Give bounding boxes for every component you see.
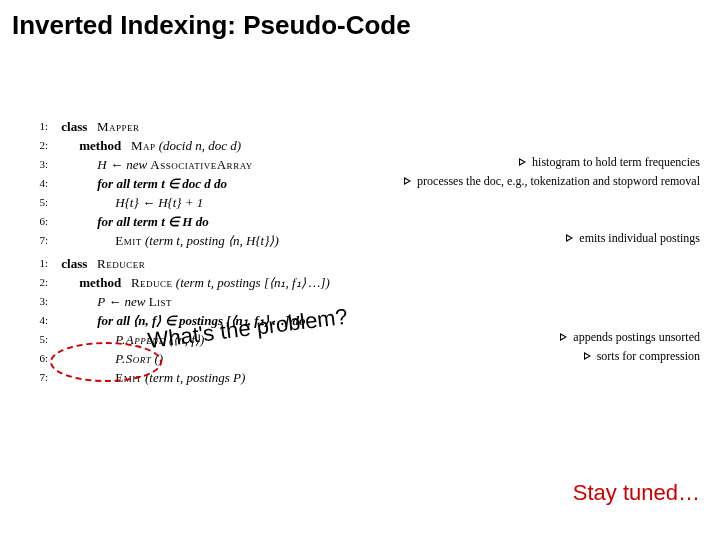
comment-text: emits individual postings (579, 231, 700, 245)
stmt: H ← new (97, 157, 150, 172)
mapper-line-3: 3: H ← new AssociativeArray histogram to… (20, 153, 700, 172)
kw-method: method (79, 275, 121, 290)
kw-class: class (61, 119, 87, 134)
class-ref: AssociativeArray (150, 157, 252, 172)
kw-class: class (61, 256, 87, 271)
comment-text: histogram to hold term frequencies (532, 155, 700, 169)
mapper-line-6: 6: for all term t ∈ H do (20, 210, 700, 229)
lineno: 4: (20, 311, 48, 330)
lineno: 3: (20, 155, 48, 174)
lineno: 6: (20, 349, 48, 368)
method-args: (term t, postings [⟨n₁, f₁⟩ …]) (176, 275, 330, 290)
comment-icon (584, 352, 591, 360)
lineno: 5: (20, 330, 48, 349)
comment-icon (566, 234, 573, 242)
lineno: 3: (20, 292, 48, 311)
reducer-line-5: 5: P.Append (⟨n, f⟩) appends postings un… (20, 328, 700, 347)
reducer-line-7: 7: Emit (term t, postings P) (20, 366, 700, 385)
pseudocode-block: 1: class Mapper 2: method Map (docid n, … (20, 115, 700, 385)
lineno: 1: (20, 117, 48, 136)
class-name: Reducer (97, 256, 145, 271)
lineno: 1: (20, 254, 48, 273)
stmt: for all term t ∈ doc d do (97, 176, 227, 191)
call-args: () (155, 351, 164, 366)
reducer-line-4: 4: for all ⟨n, f⟩ ∈ postings [⟨n₁, f₁⟩ …… (20, 309, 700, 328)
call: P.Append (115, 332, 165, 347)
call: P.Sort (115, 351, 151, 366)
footer-text: Stay tuned… (573, 480, 700, 506)
mapper-line-2: 2: method Map (docid n, doc d) (20, 134, 700, 153)
comment-text: sorts for compression (597, 349, 700, 363)
call-args: (term t, postings P) (145, 370, 245, 385)
comment-text: appends postings unsorted (573, 330, 700, 344)
call-args: (⟨n, f⟩) (169, 332, 204, 347)
mapper-line-5: 5: H{t} ← H{t} + 1 (20, 191, 700, 210)
comment-icon (404, 177, 411, 185)
lineno: 7: (20, 368, 48, 387)
call-args: (term t, posting ⟨n, H{t}⟩) (145, 233, 279, 248)
lineno: 6: (20, 212, 48, 231)
lineno: 2: (20, 273, 48, 292)
kw-method: method (79, 138, 121, 153)
class-name: Mapper (97, 119, 140, 134)
mapper-line-7: 7: Emit (term t, posting ⟨n, H{t}⟩) emit… (20, 229, 700, 248)
comment-icon (519, 158, 526, 166)
stmt: H{t} ← H{t} + 1 (115, 195, 203, 210)
call: Emit (115, 370, 141, 385)
reducer-line-2: 2: method Reduce (term t, postings [⟨n₁,… (20, 271, 700, 290)
stmt: P ← new (97, 294, 148, 309)
lineno: 5: (20, 193, 48, 212)
method-args: (docid n, doc d) (159, 138, 241, 153)
lineno: 4: (20, 174, 48, 193)
mapper-line-4: 4: for all term t ∈ doc d do processes t… (20, 172, 700, 191)
reducer-line-1: 1: class Reducer (20, 252, 700, 271)
method-name: Map (131, 138, 156, 153)
method-name: Reduce (131, 275, 173, 290)
reducer-line-6: 6: P.Sort () sorts for compression (20, 347, 700, 366)
call: Emit (115, 233, 141, 248)
reducer-line-3: 3: P ← new List (20, 290, 700, 309)
stmt: for all term t ∈ H do (97, 214, 208, 229)
stmt: for all ⟨n, f⟩ ∈ postings [⟨n₁, f₁⟩ …] d… (97, 313, 305, 328)
lineno: 2: (20, 136, 48, 155)
comment-icon (560, 333, 567, 341)
page-title: Inverted Indexing: Pseudo-Code (12, 10, 411, 41)
class-ref: List (149, 294, 172, 309)
comment-text: processes the doc, e.g., tokenization an… (417, 174, 700, 188)
mapper-line-1: 1: class Mapper (20, 115, 700, 134)
lineno: 7: (20, 231, 48, 250)
